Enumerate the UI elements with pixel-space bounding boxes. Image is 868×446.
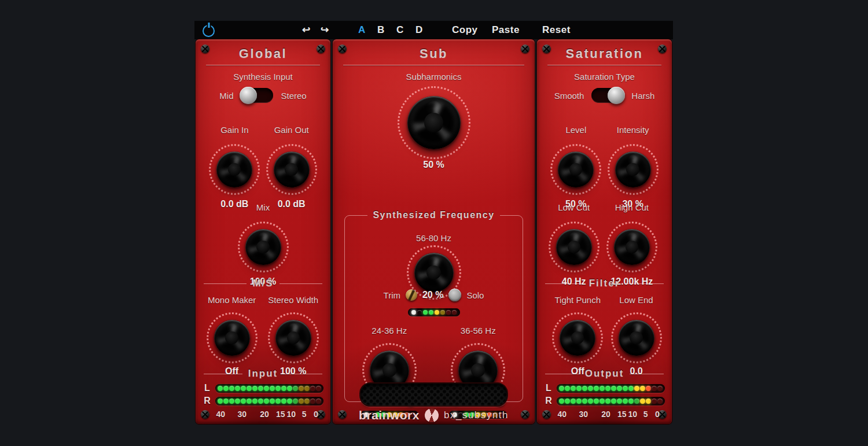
high-cut-knob[interactable] (614, 229, 650, 265)
input-meter-l-label: L (203, 383, 212, 393)
level-label: Level (565, 125, 586, 135)
intensity-label: Intensity (617, 125, 649, 135)
toggle-knob[interactable] (240, 87, 257, 104)
subharmonics-knob[interactable] (407, 96, 461, 149)
undo-icon[interactable]: ↩ (302, 21, 311, 39)
toolbar: ↩ ↪ A B C D Copy Paste Reset (194, 21, 673, 39)
intensity-knob[interactable] (615, 152, 651, 187)
brainworx-logo-text: brainworx (359, 408, 420, 422)
global-panel: Global Synthesis Input Mid Stereo Gain I… (196, 39, 330, 424)
filter-section-header: Filter (545, 278, 664, 289)
output-meter-l (557, 384, 665, 393)
level-knob[interactable] (558, 152, 594, 187)
synthesis-input-option-mid[interactable]: Mid (219, 91, 233, 101)
tight-punch-label: Tight Punch (555, 295, 601, 305)
power-icon[interactable] (203, 25, 215, 37)
mono-maker-label: Mono Maker (208, 295, 256, 305)
trim-label: Trim (384, 290, 400, 300)
low-cut-knob[interactable] (556, 229, 592, 265)
brainworx-logo-icon (425, 408, 439, 422)
band-mid-label: 36-56 Hz (461, 326, 496, 336)
preset-b-button[interactable]: B (377, 21, 385, 39)
mono-maker-knob[interactable] (214, 320, 250, 356)
gain-out-knob[interactable] (274, 152, 310, 187)
input-meter-r-label: R (203, 396, 212, 406)
band-high-solo-button[interactable] (448, 289, 461, 301)
output-meter-l-label: L (544, 383, 553, 393)
gain-in-label: Gain In (220, 125, 248, 135)
gain-in-knob[interactable] (216, 152, 252, 187)
mix-label: Mix (256, 202, 270, 212)
screw-icon (201, 410, 209, 419)
solo-label: Solo (466, 290, 484, 300)
subharmonics-value: 50 % (423, 160, 444, 170)
copy-button[interactable]: Copy (452, 21, 478, 39)
paste-button[interactable]: Paste (492, 21, 520, 39)
band-high-knob[interactable] (414, 253, 454, 292)
low-cut-label: Low Cut (558, 202, 590, 212)
gain-out-label: Gain Out (274, 125, 309, 135)
subharmonics-label: Subharmonics (406, 72, 462, 82)
input-meter-l (215, 384, 323, 393)
low-end-label: Low End (619, 295, 653, 305)
divider (547, 65, 661, 65)
preset-a-button[interactable]: A (358, 21, 366, 39)
high-cut-label: High Cut (615, 202, 649, 212)
stereo-width-label: Stereo Width (268, 295, 318, 305)
band-high-label: 56-80 Hz (416, 233, 451, 243)
synthesis-input-toggle[interactable] (241, 88, 273, 103)
preset-d-button[interactable]: D (415, 21, 423, 39)
low-end-knob[interactable] (619, 320, 654, 356)
band-high-value: 20 % (422, 290, 443, 300)
toggle-knob[interactable] (608, 87, 625, 104)
saturation-type-toggle[interactable] (591, 88, 624, 103)
synthesized-frequency-section: Synthesized Frequency 56-80 Hz Trim 20 %… (344, 210, 523, 402)
product-name: bx_subsynth (444, 410, 509, 421)
screw-icon (542, 410, 551, 419)
band-high-meter (408, 308, 460, 316)
synthesis-input-option-stereo[interactable]: Stereo (281, 91, 306, 101)
ms-section-header: M/S (204, 278, 322, 289)
input-section-header: Input (204, 368, 322, 379)
speaker-grille (359, 382, 508, 407)
stereo-width-knob[interactable] (275, 320, 311, 356)
output-meter-r-label: R (544, 396, 553, 406)
band-low-label: 24-36 Hz (372, 326, 407, 336)
synthesized-frequency-header: Synthesized Frequency (367, 210, 499, 220)
divider (206, 65, 320, 65)
input-meter-scale: 403020151050 (215, 410, 322, 419)
preset-c-button[interactable]: C (396, 21, 404, 39)
bx-subsynth-plugin-window: ↩ ↪ A B C D Copy Paste Reset Global Synt… (194, 21, 673, 424)
output-meter-r (557, 397, 665, 406)
saturation-type-label: Saturation Type (574, 72, 635, 82)
output-section-header: Output (545, 368, 664, 379)
sub-panel-title: Sub (420, 46, 448, 61)
synthesis-input-label: Synthesis Input (233, 72, 293, 82)
divider (343, 65, 524, 65)
output-meter-scale: 403020151050 (557, 410, 664, 419)
saturation-panel-title: Saturation (566, 46, 643, 61)
saturation-type-option-harsh[interactable]: Harsh (631, 91, 654, 101)
global-panel-title: Global (239, 46, 287, 61)
mix-knob[interactable] (245, 229, 281, 265)
saturation-panel: Saturation Saturation Type Smooth Harsh … (537, 39, 672, 424)
reset-button[interactable]: Reset (542, 21, 571, 39)
sub-panel: Sub Subharmonics 50 % Synthesized Freque… (333, 39, 535, 424)
saturation-type-option-smooth[interactable]: Smooth (554, 91, 584, 101)
band-high-trim-screw[interactable] (406, 289, 417, 301)
input-meter-r (215, 397, 323, 406)
tight-punch-knob[interactable] (560, 320, 595, 356)
redo-icon[interactable]: ↪ (321, 21, 329, 39)
